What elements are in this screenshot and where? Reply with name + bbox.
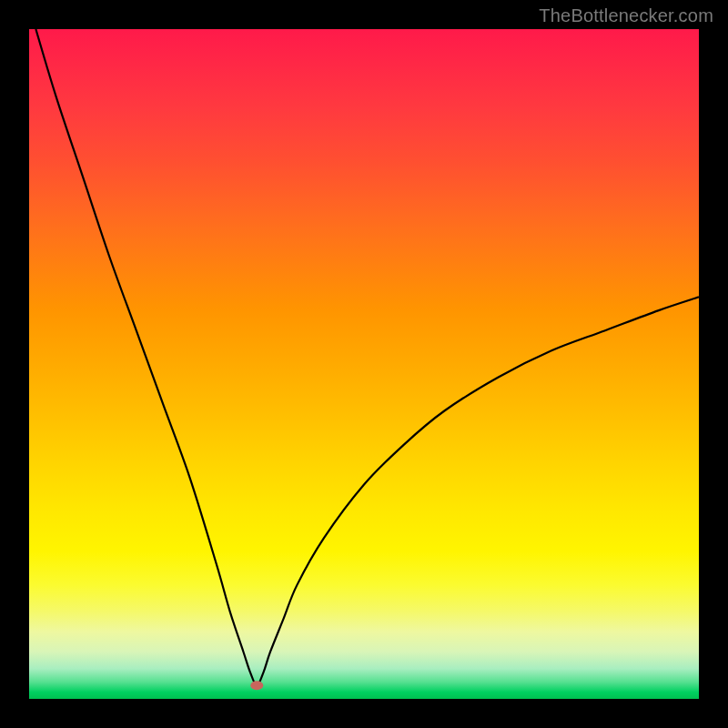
watermark-text: TheBottlenecker.com [539,5,713,26]
curve-layer [29,29,699,699]
min-marker [250,681,263,690]
chart-frame: TheBottlenecker.com [0,0,728,728]
bottleneck-curve [35,29,699,685]
plot-area [29,29,699,699]
